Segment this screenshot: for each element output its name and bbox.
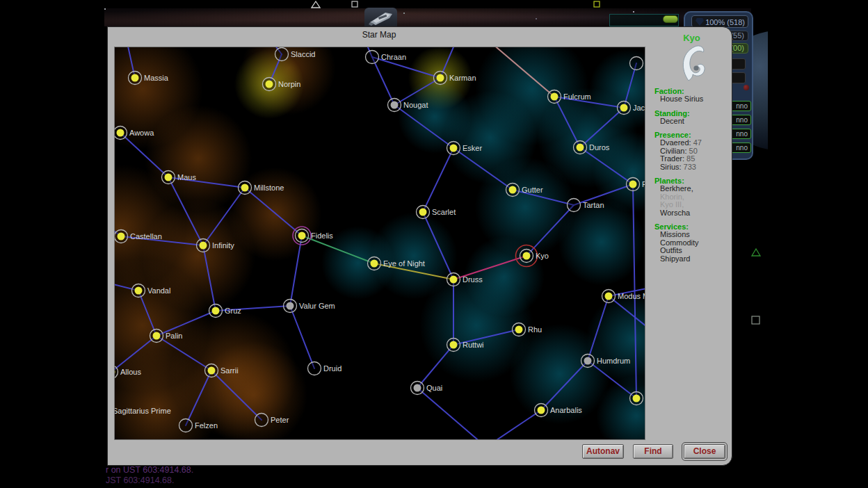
star-gutter[interactable]: Gutter [506, 184, 543, 197]
star-label: Esker [463, 144, 482, 152]
planet-item: Berkhere, [660, 185, 733, 193]
hyperlane-duros-f_east [580, 147, 633, 184]
star-label: Druid [323, 364, 341, 373]
star-label: F [642, 180, 645, 188]
status-led [663, 15, 678, 23]
star-edge_top[interactable] [630, 57, 643, 70]
game-screen: 100% (518) (55) (00) nnonnonnonno Star M… [0, 0, 868, 488]
hyperlane-esker-gutter [453, 148, 513, 190]
star-map-canvas[interactable]: MassiaSlaccidNorpinChraanKarmanNougatFul… [114, 47, 645, 440]
star-druid[interactable]: Druid [308, 362, 342, 375]
star-label: Castellan [130, 232, 162, 241]
star-palin[interactable]: Palin [150, 330, 183, 343]
star-label: Jac [633, 104, 645, 112]
alert-dot [744, 85, 749, 90]
autonav-button[interactable]: Autonav [582, 444, 624, 459]
hyperlane-awowa-maus [120, 133, 168, 177]
star-kyo[interactable]: Kyo [516, 245, 549, 267]
star-karman[interactable]: Karman [434, 72, 476, 85]
hyperlane-nougat-esker [394, 105, 453, 148]
find-button[interactable]: Find [633, 444, 673, 459]
star-norpin[interactable]: Norpin [263, 78, 301, 91]
star-felzen[interactable]: Felzen [179, 419, 218, 432]
star-label: Infinity [212, 241, 234, 250]
hyperlane-modusm-a_modus2 [609, 296, 645, 332]
star-maus[interactable]: Maus [162, 171, 197, 184]
star-valurgem[interactable]: Valur Gem [284, 300, 335, 313]
star-slaccid[interactable]: Slaccid [275, 48, 316, 61]
star-jac[interactable]: Jac [618, 101, 645, 115]
star-ruttwi[interactable]: Ruttwi [447, 339, 484, 352]
star-label: Sagittarius Prime [115, 407, 171, 415]
star-modusm[interactable]: Modus M [602, 290, 645, 303]
star-label: Eye of Night [383, 259, 425, 268]
star-label: Nougat [403, 101, 428, 109]
star-anarbalis[interactable]: Anarbalis [535, 404, 583, 417]
hyperlane-modusm-humdrum [588, 296, 609, 361]
star-nougat[interactable]: Nougat [388, 99, 428, 112]
system-info-panel: Kyo Faction: House Sirius Standing: Dece… [650, 27, 733, 465]
star-quai[interactable]: Quai [411, 382, 443, 395]
star-vandal[interactable]: Vandal [132, 284, 171, 298]
star-esker[interactable]: Esker [447, 142, 483, 155]
hyperlane-infinity-gruz [203, 245, 216, 311]
hyperlane-palin-sarrii [156, 336, 211, 371]
hyperlane-ruttwi-quai [417, 345, 453, 388]
standing-label: Standing: [654, 109, 733, 117]
star-label: Scarlet [432, 208, 456, 216]
star-duros[interactable]: Duros [574, 141, 610, 154]
star-label: Fidelis [311, 231, 333, 240]
star-label: Awowa [129, 129, 154, 137]
hyperlane-millstone-fidelis [245, 188, 302, 236]
hyperlane-a_salmon-fulcrum [488, 47, 554, 97]
close-button[interactable]: Close [684, 444, 725, 459]
star-rhu[interactable]: Rhu [513, 323, 542, 336]
hyperlane-fulcrum-duros [554, 97, 580, 147]
window-title: Star Map [114, 29, 644, 41]
star-fidelis[interactable]: Fidelis [293, 227, 333, 245]
star-scarlet[interactable]: Scarlet [417, 206, 456, 219]
hyperlane-humdrum-edge_east [588, 361, 636, 398]
hyperlane-a_bottom-anarbalis [486, 410, 541, 439]
star-label: Druss [463, 275, 483, 284]
hyperlane-anarbalis-humdrum [541, 361, 588, 410]
star-label: Quai [426, 384, 442, 392]
star-humdrum[interactable]: Humdrum [581, 355, 631, 368]
hyperlane-sarrii-felzen [186, 371, 211, 425]
star-label: Allous [120, 368, 141, 376]
star-label: Vandal [147, 286, 170, 295]
star-druss[interactable]: Druss [447, 273, 483, 286]
log-line-2: JST 603:4914.68. [106, 475, 193, 486]
hyperlane-scarlet-druss [423, 212, 453, 279]
star-label: Ruttwi [463, 341, 484, 349]
ship-icon[interactable] [364, 8, 397, 28]
star-peter[interactable]: Peter [255, 414, 289, 427]
presence-row: Sirius: 733 [660, 163, 733, 172]
star-label: Massia [144, 74, 169, 82]
star-castellan[interactable]: Castellan [115, 230, 162, 243]
star-label: Gutter [522, 186, 543, 194]
star-label: Palin [166, 332, 182, 340]
star-gruz[interactable]: Gruz [209, 304, 241, 318]
star-label: Karman [449, 74, 476, 82]
star-millstone[interactable]: Millstone [239, 181, 284, 195]
hyperlane-chraan-nougat [372, 57, 394, 105]
faction-logo [678, 45, 706, 81]
star-edge_east[interactable] [630, 392, 643, 405]
target-square-icon [351, 1, 359, 8]
star-allous[interactable]: Allous [115, 366, 141, 379]
star-label: Norpin [278, 80, 300, 88]
star-label: Valur Gem [299, 302, 335, 310]
star-f_east[interactable]: F [627, 178, 645, 191]
star-label: Gruz [225, 307, 241, 315]
star-label: Slaccid [291, 50, 315, 58]
star-sarrii[interactable]: Sarrii [205, 364, 239, 377]
hyperlane-vandal-palin [138, 291, 156, 336]
system-name: Kyo [650, 33, 733, 43]
star-massia[interactable]: Massia [129, 72, 169, 85]
star-map-window: Star Map MassiaSlaccidNorpinChraanKarman… [107, 26, 732, 466]
star-tartan[interactable]: Tartan [568, 199, 604, 212]
star-label: Duros [589, 143, 610, 152]
star-infinity[interactable]: Infinity [197, 239, 235, 252]
star-awowa[interactable]: Awowa [115, 127, 154, 140]
